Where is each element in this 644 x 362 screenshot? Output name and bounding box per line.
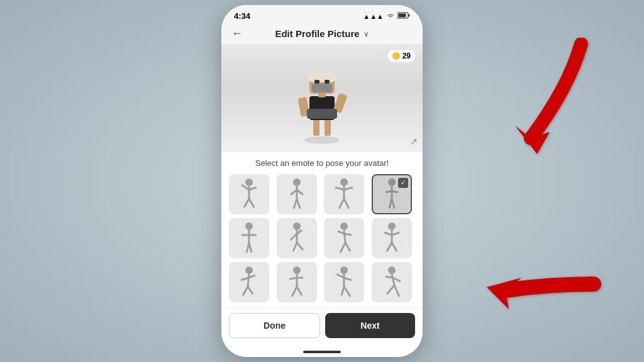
status-bar: 4:34 ▲▲▲ [221,5,423,23]
svg-point-59 [388,222,396,230]
done-button[interactable]: Done [229,313,320,338]
svg-line-56 [345,234,352,235]
svg-line-28 [297,199,300,209]
svg-line-73 [289,278,297,279]
app-header: ← Edit Profile Picture ∨ [221,23,423,44]
coin-icon [392,52,400,60]
svg-line-57 [340,243,345,253]
svg-line-37 [386,191,392,192]
svg-line-87 [387,285,394,294]
svg-point-65 [245,266,253,274]
svg-line-38 [392,191,398,192]
status-time: 4:34 [234,11,250,21]
emote-cell-8[interactable] [372,218,412,258]
svg-line-63 [387,243,392,251]
svg-line-33 [339,199,344,209]
svg-point-17 [245,178,253,186]
svg-point-41 [245,222,253,230]
svg-line-20 [249,187,257,190]
emote-cell-3[interactable] [324,174,364,214]
home-bar [303,351,341,353]
emote-cell-4[interactable] [372,174,412,214]
svg-line-31 [335,187,344,190]
signal-icon: ▲▲▲ [363,13,384,20]
emote-cell-2[interactable] [277,174,317,214]
svg-point-53 [340,222,348,230]
svg-line-84 [392,274,394,285]
svg-line-82 [344,287,350,297]
svg-line-67 [241,278,248,280]
action-buttons: Done Next [221,307,423,347]
emote-cell-6[interactable] [277,218,317,258]
svg-point-77 [340,266,348,274]
svg-rect-2 [399,14,406,18]
svg-line-64 [392,243,397,251]
home-indicator [221,347,423,357]
emote-cell-1[interactable] [229,174,269,214]
svg-point-35 [388,178,396,186]
svg-rect-12 [308,72,336,82]
svg-line-79 [336,274,344,278]
svg-line-32 [344,187,353,190]
svg-line-61 [384,233,392,235]
coin-badge: 29 [387,49,416,63]
svg-line-40 [392,199,394,209]
svg-line-46 [249,243,252,253]
svg-rect-3 [409,14,410,17]
phone-container: 4:34 ▲▲▲ ← Edit Profile Picture [221,5,423,357]
svg-line-76 [297,287,302,295]
emote-grid [221,172,423,307]
avatar-figure [291,63,353,145]
emote-cell-9[interactable] [229,262,269,302]
emote-cell-11[interactable] [324,262,364,302]
emote-cell-10[interactable] [277,262,317,302]
svg-line-34 [344,199,349,209]
svg-point-29 [340,178,348,186]
svg-line-51 [293,243,297,251]
svg-line-62 [392,233,399,235]
svg-point-47 [293,222,301,230]
emote-prompt: Select an emote to pose your avatar! [221,151,423,172]
svg-point-71 [293,266,301,274]
svg-line-81 [341,287,344,295]
wifi-icon [386,13,395,20]
svg-point-4 [304,136,340,144]
svg-line-85 [386,277,393,278]
svg-line-69 [243,287,248,295]
svg-point-23 [293,178,301,186]
svg-rect-13 [312,84,332,92]
svg-line-70 [248,287,253,294]
emote-cell-12[interactable] [372,262,412,302]
coin-count: 29 [402,52,411,60]
svg-line-66 [248,274,249,287]
svg-rect-14 [314,80,319,84]
avatar-display: 29 ↗ [221,44,423,151]
svg-line-80 [344,278,352,280]
status-icons: ▲▲▲ [363,12,410,20]
svg-line-88 [394,285,399,297]
battery-icon [397,12,410,20]
svg-rect-16 [307,109,337,119]
svg-line-52 [297,243,303,250]
svg-line-75 [292,287,297,297]
chevron-down-icon[interactable]: ∨ [364,30,369,38]
svg-rect-15 [325,80,330,84]
emote-cell-7[interactable] [324,218,364,258]
page-title: Edit Profile Picture [275,28,359,39]
svg-line-22 [249,199,254,207]
svg-line-54 [344,230,345,243]
svg-point-83 [388,266,396,274]
back-button[interactable]: ← [231,27,243,40]
svg-line-21 [244,199,249,207]
expand-icon[interactable]: ↗ [410,136,418,146]
svg-line-58 [345,243,350,251]
emote-cell-5[interactable] [229,218,269,258]
next-button[interactable]: Next [325,313,415,338]
